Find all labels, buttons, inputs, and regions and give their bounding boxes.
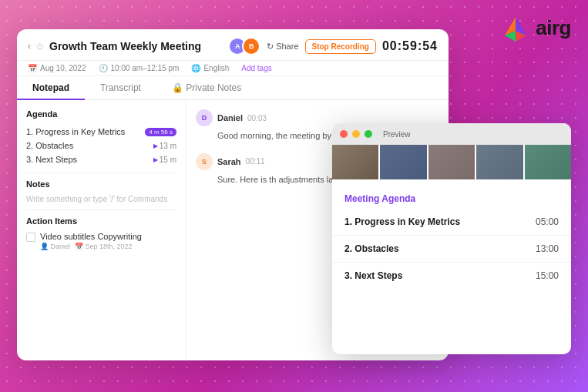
thumbnail-2 xyxy=(380,145,426,179)
thumbnail-3 xyxy=(428,145,475,179)
speaker-avatar-1: D xyxy=(196,109,213,126)
agenda-item-3-text: 3. Next Steps xyxy=(26,155,77,164)
preview-agenda-text-3: 3. Next Steps xyxy=(344,270,402,281)
logo-area: airg xyxy=(502,14,571,42)
thumbnail-1 xyxy=(332,145,378,179)
tab-private-notes[interactable]: 🔒 Private Notes xyxy=(156,76,257,99)
preview-window-title: Preview xyxy=(383,130,411,139)
notes-placeholder[interactable]: Write something or type '/' for Commands xyxy=(26,195,176,203)
preview-agenda-header: Meeting Agenda xyxy=(332,186,571,209)
divider-1 xyxy=(26,173,176,173)
action-item-1-text: Video subtitles Copywriting xyxy=(40,232,142,241)
action-item-1-content: Video subtitles Copywriting 👤 Daniel 📅 S… xyxy=(40,232,142,250)
preview-thumbnails xyxy=(332,145,571,186)
timer-display: 00:59:54 xyxy=(382,39,438,53)
refresh-icon: ↻ xyxy=(267,42,274,52)
divider-2 xyxy=(26,209,176,210)
preview-titlebar: Preview xyxy=(332,123,571,145)
preview-agenda-time-1: 05:00 xyxy=(536,216,559,227)
add-tags-button[interactable]: Add tags xyxy=(241,64,271,72)
tab-bar: Notepad Transcript 🔒 Private Notes xyxy=(17,76,449,100)
share-button[interactable]: ↻ Share xyxy=(267,42,298,52)
preview-window: Preview Meeting Agenda 1. Progress in Ke… xyxy=(332,123,571,354)
meeting-language: 🌐 English xyxy=(191,64,229,72)
preview-agenda-text-2: 2. Obstacles xyxy=(344,243,399,254)
agenda-item-1-left: 1. Progress in Key Metrics xyxy=(26,127,125,136)
speaker-avatar-2: S xyxy=(196,153,213,170)
agenda-section-label: Agenda xyxy=(26,109,176,119)
preview-agenda-time-2: 13:00 xyxy=(536,243,559,254)
action-item-1: Video subtitles Copywriting 👤 Daniel 📅 S… xyxy=(26,232,176,250)
play-icon-3: ▶ xyxy=(153,156,158,163)
action-item-1-meta: 👤 Daniel 📅 Sep 18th, 2022 xyxy=(40,243,142,250)
lock-icon: 🔒 xyxy=(172,82,183,93)
meeting-date: 📅 Aug 10, 2022 xyxy=(28,64,86,72)
maximize-dot xyxy=(365,130,372,138)
agenda-item-1-badge: 4 m 58 s xyxy=(145,128,176,136)
preview-agenda-item-2: 2. Obstacles 13:00 xyxy=(332,236,571,263)
agenda-item-3-left: 3. Next Steps xyxy=(26,155,77,164)
avatar-group: A B xyxy=(228,37,260,55)
action-item-1-assignee: 👤 Daniel xyxy=(40,243,70,250)
back-button[interactable]: ‹ xyxy=(28,41,31,52)
stop-recording-button[interactable]: Stop Recording xyxy=(305,39,376,54)
agenda-item-1: 1. Progress in Key Metrics 4 m 58 s xyxy=(26,125,176,139)
action-item-1-date: 📅 Sep 18th, 2022 xyxy=(75,243,133,250)
meeting-title: Growth Team Weekly Meeting xyxy=(49,40,228,52)
minimize-dot xyxy=(352,130,360,138)
close-dot xyxy=(340,130,348,138)
notepad-panel: Agenda 1. Progress in Key Metrics 4 m 58… xyxy=(17,100,186,360)
meeting-time: 🕙 10:00 am–12:15 pm xyxy=(99,64,180,72)
agenda-item-2-left: 2. Obstacles xyxy=(26,141,73,150)
avatar-2: B xyxy=(242,37,260,55)
logo-text: airg xyxy=(536,16,571,40)
preview-agenda-text-1: 1. Progress in Key Metrics xyxy=(344,216,460,227)
tab-notepad[interactable]: Notepad xyxy=(17,76,85,99)
speaker-name-2: Sarah xyxy=(217,157,241,166)
speaker-name-1: Daniel xyxy=(217,113,243,122)
agenda-item-2-time: ▶ 13 m xyxy=(153,142,176,150)
play-icon-2: ▶ xyxy=(153,142,158,149)
thumbnail-5 xyxy=(525,145,571,179)
action-items-section-label: Action Items xyxy=(26,216,176,226)
thumbnail-4 xyxy=(476,145,522,179)
agenda-item-2-text: 2. Obstacles xyxy=(26,141,73,150)
agenda-item-1-text: 1. Progress in Key Metrics xyxy=(26,127,125,136)
share-label: Share xyxy=(276,42,298,51)
tab-transcript[interactable]: Transcript xyxy=(85,76,156,99)
globe-icon: 🌐 xyxy=(191,64,200,72)
preview-agenda-time-3: 15:00 xyxy=(536,270,559,281)
header-right: A B ↻ Share Stop Recording 00:59:54 xyxy=(228,37,438,55)
speaker-time-1: 00:03 xyxy=(247,114,267,122)
agenda-item-3-time: ▶ 15 m xyxy=(153,156,176,164)
action-item-1-checkbox[interactable] xyxy=(26,233,35,242)
star-icon[interactable]: ☆ xyxy=(35,41,45,52)
speaker-time-2: 00:11 xyxy=(246,157,265,166)
clock-icon: 🕙 xyxy=(99,64,108,72)
agenda-item-2: 2. Obstacles ▶ 13 m xyxy=(26,139,176,152)
agenda-item-3: 3. Next Steps ▶ 15 m xyxy=(26,152,176,166)
notes-section-label: Notes xyxy=(26,179,176,189)
preview-agenda-item-3: 3. Next Steps 15:00 xyxy=(332,263,571,289)
app-header: ‹ ☆ Growth Team Weekly Meeting A B ↻ Sha… xyxy=(17,29,449,61)
airgram-logo-icon xyxy=(502,14,529,42)
calendar-icon: 📅 xyxy=(28,64,37,72)
app-subheader: 📅 Aug 10, 2022 🕙 10:00 am–12:15 pm 🌐 Eng… xyxy=(17,61,449,76)
preview-agenda-item-1: 1. Progress in Key Metrics 05:00 xyxy=(332,209,571,236)
